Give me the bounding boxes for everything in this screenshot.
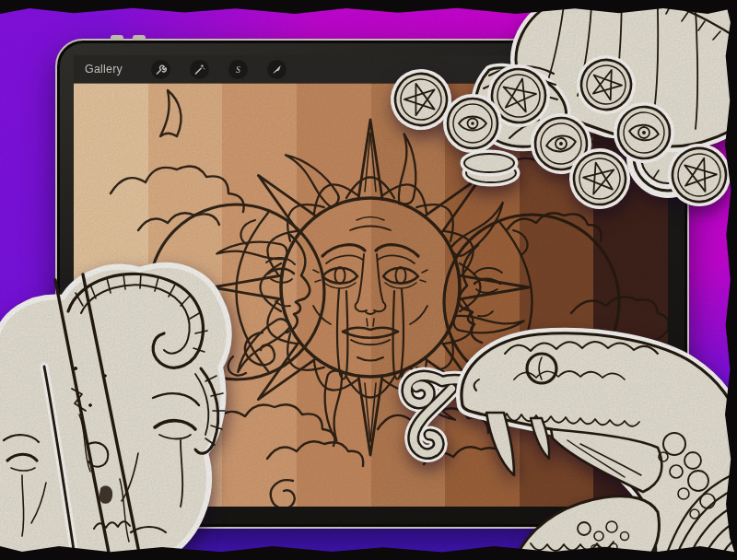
transform-button[interactable] xyxy=(266,59,287,80)
coin-pouch-sticker xyxy=(380,0,737,219)
ram-mask-sticker xyxy=(0,258,253,560)
volume-button xyxy=(111,35,123,41)
grunge-border-top xyxy=(0,0,737,14)
page-background: Gallery xyxy=(0,0,737,560)
coin-eye-1 xyxy=(448,99,497,148)
coin-eye-3 xyxy=(615,104,673,161)
transform-arrow-icon xyxy=(271,64,283,76)
skull-nasal xyxy=(99,486,111,503)
selections-button[interactable]: S xyxy=(228,59,249,80)
wrench-icon xyxy=(155,64,167,76)
magic-wand-icon xyxy=(193,64,205,76)
gallery-button[interactable]: Gallery xyxy=(85,63,133,76)
volume-button xyxy=(133,35,146,41)
serpent-sticker xyxy=(383,326,737,560)
adjustments-button[interactable] xyxy=(189,59,210,80)
svg-text:S: S xyxy=(236,64,240,74)
s-glyph-icon: S xyxy=(232,64,244,76)
actions-button[interactable] xyxy=(150,59,171,80)
